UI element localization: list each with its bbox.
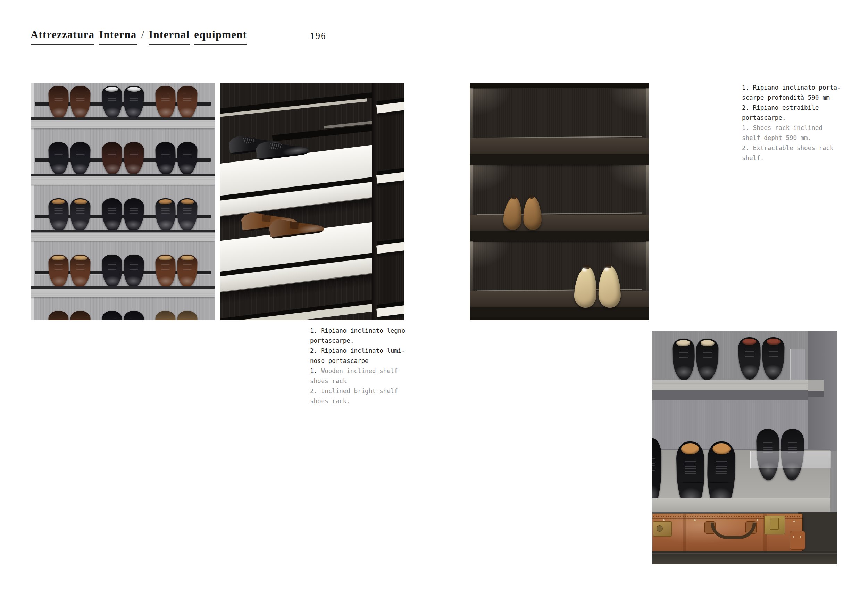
wooden-shoe-last	[503, 197, 523, 230]
dress-shoe	[102, 142, 122, 175]
rivet	[694, 519, 696, 521]
shoe-lining	[52, 255, 65, 260]
brass-latch-hasp	[770, 518, 779, 530]
dress-shoe	[155, 198, 176, 231]
shelf-front-band	[653, 380, 808, 391]
shelf-front-band	[31, 233, 215, 241]
last-shine	[604, 267, 609, 271]
caption-text: shoes rack.	[310, 398, 350, 405]
title-word: Interna	[99, 28, 136, 45]
caption-line: shoes rack	[310, 376, 405, 386]
dress-shoe	[70, 254, 91, 288]
dress-shoe	[177, 310, 198, 320]
dress-shoe	[123, 198, 144, 231]
dress-shoe	[177, 254, 198, 288]
caption-text: 2. Ripiano estraibile	[742, 104, 819, 111]
shoe-laces	[183, 150, 191, 157]
shoe-laces	[108, 150, 116, 157]
caption-line-number: 1.	[310, 367, 317, 374]
shoe-laces	[183, 319, 191, 320]
shelf-front-band	[470, 307, 649, 318]
shoe-laces	[679, 349, 688, 358]
shoe-laces	[108, 262, 116, 270]
caption-text: shelf depht 590 mm.	[742, 134, 811, 141]
dress-shoe	[102, 198, 122, 231]
caption-text: portascarpe.	[310, 337, 354, 344]
shoe-lining	[181, 255, 194, 260]
caption-text: portascarpe.	[742, 114, 786, 121]
caption-line: shoes rack.	[310, 396, 405, 406]
loafer-strap	[290, 221, 299, 229]
suitcase-strap	[683, 514, 687, 552]
shoe-laces	[54, 319, 63, 320]
caption-text: scarpe profondità 590 mm	[742, 94, 830, 101]
dress-shoe	[155, 310, 176, 320]
shelf-front-band	[653, 498, 830, 513]
wooden-shoe-last	[598, 266, 621, 308]
leather-corner-patch	[790, 531, 805, 550]
dress-shoe	[177, 85, 198, 119]
caption-line: noso portascarpe	[310, 356, 405, 366]
wooden-shoe-last	[574, 266, 598, 308]
shoe-lining	[713, 443, 731, 454]
floor-highlight-line	[653, 553, 837, 554]
rivet	[756, 519, 758, 521]
photo-dark-shelves-shoe-lasts	[470, 83, 649, 320]
caption-text: Wooden inclined shelf	[317, 367, 398, 374]
dress-shoe	[123, 254, 144, 288]
shoe-laces	[130, 319, 138, 320]
shoe-laces	[76, 206, 84, 214]
shoe-laces	[243, 136, 255, 144]
shoe-lining	[181, 199, 194, 204]
caption-line: scarpe profondità 590 mm	[742, 93, 840, 103]
dress-shoe	[48, 198, 69, 231]
shoe-laces	[130, 206, 138, 214]
dress-shoe	[70, 198, 91, 231]
shoe-laces	[183, 206, 191, 214]
shoe-laces	[54, 94, 63, 101]
caption-text: 1. Ripiano inclinato legno	[310, 327, 405, 334]
under-shelf-shadow	[653, 390, 808, 400]
caption-line: 2. Ripiano estraibile	[742, 103, 840, 113]
shelf-surface	[470, 138, 649, 154]
page-number: 196	[310, 31, 326, 41]
shoe-lining	[127, 87, 140, 91]
shoe-laces	[183, 94, 191, 101]
shoe-laces	[161, 206, 170, 214]
dress-shoe	[70, 310, 91, 320]
shoe-laces	[745, 347, 754, 357]
shelf-front-band	[31, 288, 215, 297]
shelf-glass-edge	[31, 286, 215, 288]
caption-text: 2. Ripiano inclinato lumi-	[310, 347, 405, 354]
shoe-laces	[54, 206, 63, 214]
shelf-glass-edge	[31, 174, 215, 176]
shoe-laces	[76, 94, 84, 101]
dress-shoe	[70, 85, 91, 119]
rivet	[793, 536, 794, 538]
dress-shoe	[48, 310, 69, 320]
dress-shoe	[155, 254, 176, 288]
last-knob	[529, 195, 534, 198]
caption-text: 2. Extractable shoes rack	[742, 144, 833, 151]
rivet	[800, 536, 801, 538]
caption-text: 2. Inclined bright shelf	[310, 388, 398, 394]
dress-shoe	[177, 142, 198, 175]
caption-text: 1. Shoes rack inclined	[742, 124, 823, 131]
caption-line: 2. Inclined bright shelf	[310, 386, 405, 396]
shoe-laces	[130, 94, 138, 101]
dress-shoe	[48, 254, 69, 288]
shoe-lining	[676, 340, 691, 346]
dress-shoe	[48, 142, 69, 175]
caption-extractable-shelves: 1. Ripiano inclinato porta-scarpe profon…	[742, 83, 840, 163]
caption-line: 1. Ripiano inclinato porta-	[742, 83, 840, 93]
dress-shoe	[102, 254, 122, 288]
led-glow-right	[607, 89, 649, 117]
shoe-laces	[108, 319, 116, 320]
shelf-glass-edge	[31, 230, 215, 233]
shelf-front-band	[470, 231, 649, 241]
shoe-laces	[161, 319, 170, 320]
led-glow-left	[470, 89, 512, 117]
shoe-laces	[685, 458, 696, 474]
vertical-divider-panel	[372, 83, 377, 320]
loafer-strap	[262, 214, 271, 222]
